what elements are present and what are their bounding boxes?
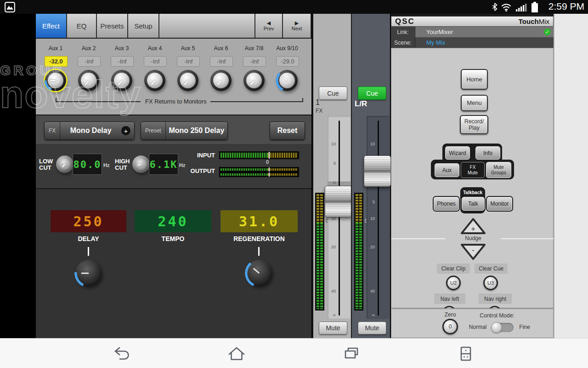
home-button-android[interactable] <box>226 344 247 364</box>
main-channel-strip: Cue L/R 0 10 5 U 5 10 20 40 ∞ Mute <box>351 14 390 338</box>
output-meter-l <box>219 167 299 172</box>
bluetooth-icon <box>490 2 500 12</box>
high-cut-knob[interactable] <box>132 155 150 173</box>
fx1-channel-number: 1 <box>316 98 320 107</box>
aux-knob[interactable] <box>45 70 66 91</box>
control-mode-toggle[interactable] <box>492 323 514 332</box>
svg-text:+: + <box>471 225 475 233</box>
nav-right-label: Nav right <box>479 293 512 304</box>
recents-button[interactable] <box>341 344 362 364</box>
next-button[interactable]: ► Next <box>283 14 311 38</box>
aux-knob[interactable] <box>177 70 198 91</box>
low-cut-display[interactable]: 80.0 <box>73 154 102 175</box>
tab-eq[interactable]: EQ <box>67 14 97 38</box>
preset-value: Mono 250 Delay <box>166 126 227 135</box>
remote-body: Home Menu Record/Play Wizard Info Aux FX… <box>391 48 554 308</box>
monitor-button[interactable]: Monitor <box>487 197 512 211</box>
aux-knob[interactable] <box>78 70 99 91</box>
aux-knob[interactable] <box>243 70 265 91</box>
aux-knob[interactable] <box>210 70 232 91</box>
clear-cue-label: Clear Cue <box>475 264 508 274</box>
aux-send-value[interactable]: -Inf <box>111 56 134 67</box>
back-button[interactable] <box>112 344 132 364</box>
main-level-meter <box>354 193 363 310</box>
regeneration-label: REGENERATION <box>220 235 298 242</box>
scene-row[interactable]: Scene: My Mix <box>391 37 554 48</box>
gallery-icon <box>4 1 16 13</box>
zero-label: Zero <box>441 311 459 318</box>
aux-send-value[interactable]: -Inf <box>177 56 200 67</box>
link-ok-icon: ✓ <box>544 29 551 35</box>
talkback-label: Talkback <box>460 190 485 195</box>
high-cut-display[interactable]: 6.1K <box>149 154 178 175</box>
info-button[interactable]: Info <box>475 146 500 160</box>
menu-button[interactable]: Menu <box>461 95 488 111</box>
tempo-display[interactable]: 240 <box>135 210 211 232</box>
record-play-button[interactable]: Record/Play <box>460 115 488 134</box>
fx-preset-selector[interactable]: Preset Mono 250 Delay <box>141 121 228 140</box>
home-button[interactable]: Home <box>461 69 488 90</box>
u3-button[interactable]: U3 <box>483 276 498 290</box>
aux-send-label: Aux 1 <box>39 45 72 52</box>
main-fader-handle[interactable] <box>364 155 391 187</box>
fx-type-selector[interactable]: FX Mono Delay + <box>44 121 135 140</box>
aux-button[interactable]: Aux <box>435 163 459 177</box>
nav-left-label: Nav left <box>434 293 465 304</box>
reset-button[interactable]: Reset <box>270 121 305 140</box>
wizard-button[interactable]: Wizard <box>445 146 470 160</box>
aux-send-value[interactable]: -Inf <box>144 56 167 67</box>
fx-add-icon[interactable]: + <box>121 126 130 135</box>
aux-knob[interactable] <box>144 70 165 91</box>
fx1-fader-handle[interactable] <box>325 186 352 217</box>
clear-clip-label: Clear Clip <box>437 264 470 274</box>
fx1-mute-button[interactable]: Mute <box>319 322 347 334</box>
low-cut-unit: Hz <box>103 162 109 168</box>
tab-presets[interactable]: Presets <box>97 14 128 38</box>
main-cue-button[interactable]: Cue <box>358 86 386 100</box>
fx1-fader-track[interactable]: 10 5 U 5 10 20 40 ∞ <box>328 116 351 319</box>
delay-display[interactable]: 250 <box>51 210 126 232</box>
fx1-cue-button[interactable]: Cue <box>319 86 347 100</box>
main-fader-track[interactable]: 10 5 U 5 10 20 40 ∞ <box>367 116 390 319</box>
scene-label: Scene: <box>391 37 415 48</box>
link-value: YourMixer <box>415 29 544 35</box>
android-nav-bar <box>0 338 588 368</box>
aux-knob[interactable] <box>277 70 298 91</box>
talk-button[interactable]: Talk <box>462 197 485 211</box>
regeneration-display[interactable]: 31.0 <box>220 210 298 232</box>
aux-send-label: Aux 3 <box>105 45 138 52</box>
regeneration-knob[interactable] <box>246 260 272 287</box>
phones-button[interactable]: Phones <box>434 197 459 211</box>
zero-button[interactable]: 0 <box>442 319 458 334</box>
link-row[interactable]: Link: YourMixer ✓ <box>391 27 554 37</box>
touchmix-app: 2:59 PM GROUP novelty Effect EQ Presets … <box>0 0 588 368</box>
bracket-tick <box>302 98 303 102</box>
aux-send-value[interactable]: -Inf <box>243 56 266 67</box>
delay-knob[interactable] <box>75 260 102 287</box>
control-mode-fine-label: Fine <box>516 324 533 330</box>
aux-send-label: Aux 6 <box>204 45 237 52</box>
prev-icon: ◄ <box>266 20 272 26</box>
main-mute-button[interactable]: Mute <box>358 322 386 334</box>
tab-setup[interactable]: Setup <box>128 14 159 38</box>
status-time: 2:59 PM <box>548 1 584 12</box>
tab-effect[interactable]: Effect <box>36 14 67 38</box>
prev-button[interactable]: ◄ Prev <box>255 14 283 38</box>
nudge-up-button[interactable]: + <box>459 217 487 236</box>
fx-mute-button[interactable]: FXMute <box>461 162 485 178</box>
knob-tick <box>88 247 89 256</box>
toggle-knob[interactable] <box>491 322 502 333</box>
u2-button[interactable]: U2 <box>446 276 461 290</box>
left-black-column <box>0 14 36 338</box>
nudge-down-button[interactable]: - <box>459 242 487 261</box>
aux-knob[interactable] <box>111 70 132 91</box>
aux-send-value[interactable]: -Inf <box>78 56 101 67</box>
aux-send-value[interactable]: -32.0 <box>45 56 68 67</box>
aux-send-value[interactable]: -29.0 <box>276 56 299 67</box>
aux-send-label: Aux 2 <box>72 45 105 52</box>
low-cut-knob[interactable] <box>56 155 74 173</box>
aux-send-label: Aux 4 <box>138 45 171 52</box>
aux-send-value[interactable]: -Inf <box>210 56 233 67</box>
dual-window-button[interactable] <box>455 344 475 364</box>
mute-groups-button[interactable]: MuteGroups <box>486 162 511 178</box>
